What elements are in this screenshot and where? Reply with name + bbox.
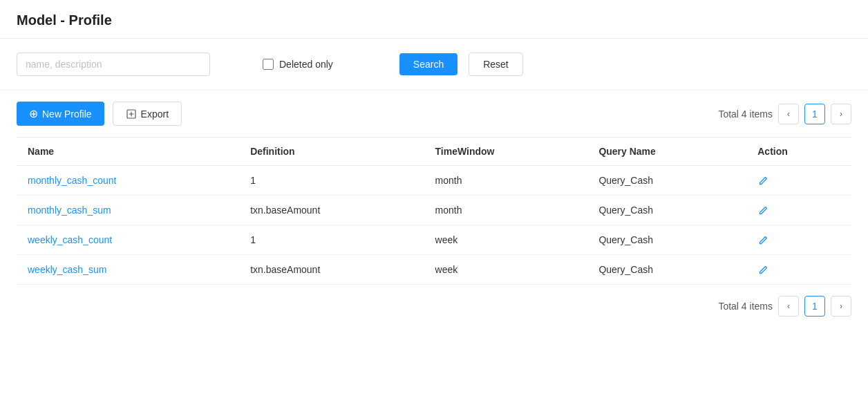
cell-definition: txn.baseAmount [239,255,424,285]
cell-timewindow: month [424,196,588,225]
bottom-current-page-indicator: 1 [804,296,825,317]
table-row: monthly_cash_count1monthQuery_Cash [17,166,851,196]
table-row: weekly_cash_sumtxn.baseAmountweekQuery_C… [17,255,851,285]
chevron-left-icon: ‹ [787,109,790,119]
bottom-total-items-label: Total 4 items [718,301,773,312]
cell-action [746,196,851,225]
new-profile-label: New Profile [42,109,92,120]
cell-timewindow: week [424,255,588,285]
cell-definition: 1 [239,166,424,196]
search-button[interactable]: Search [399,53,457,75]
plus-icon: ⊕ [29,107,38,120]
page-title: Model - Profile [17,12,851,28]
bottom-prev-page-button[interactable]: ‹ [778,296,799,317]
new-profile-button[interactable]: ⊕ New Profile [17,102,104,126]
deleted-only-text: Deleted only [279,59,333,70]
data-table-container: Name Definition TimeWindow Query Name Ac… [0,137,868,285]
edit-icon-0[interactable] [757,174,768,186]
cell-timewindow: month [424,166,588,196]
edit-icon-1[interactable] [757,204,768,216]
col-header-action: Action [746,138,851,166]
cell-queryname: Query_Cash [587,225,746,255]
actions-bar: ⊕ New Profile Export Total 4 items ‹ 1 › [0,91,868,137]
cell-name: weekly_cash_sum [17,255,239,285]
reset-button[interactable]: Reset [469,53,523,76]
deleted-only-label[interactable]: Deleted only [263,59,333,70]
cell-action [746,255,851,285]
cell-definition: txn.baseAmount [239,196,424,225]
export-icon [126,108,137,120]
search-input[interactable] [17,53,210,76]
cell-name: weekly_cash_count [17,225,239,255]
top-pagination: Total 4 items ‹ 1 › [718,104,851,124]
bottom-next-page-button[interactable]: › [831,296,851,317]
current-page-indicator: 1 [804,104,825,124]
cell-queryname: Query_Cash [587,166,746,196]
row-name-link-1[interactable]: monthly_cash_sum [28,205,111,216]
table-row: weekly_cash_count1weekQuery_Cash [17,225,851,255]
export-label: Export [141,109,169,120]
col-header-definition: Definition [239,138,424,166]
bottom-chevron-right-icon: › [840,301,842,311]
next-page-button[interactable]: › [831,104,851,124]
row-name-link-0[interactable]: monthly_cash_count [28,175,116,186]
table-row: monthly_cash_sumtxn.baseAmountmonthQuery… [17,196,851,225]
row-name-link-3[interactable]: weekly_cash_sum [28,264,106,275]
col-header-queryname: Query Name [587,138,746,166]
data-table: Name Definition TimeWindow Query Name Ac… [17,137,851,285]
bottom-chevron-left-icon: ‹ [787,301,790,311]
export-button[interactable]: Export [113,102,182,126]
cell-name: monthly_cash_sum [17,196,239,225]
bottom-pagination: Total 4 items ‹ 1 › [0,285,868,328]
deleted-only-checkbox[interactable] [263,59,274,70]
prev-page-button[interactable]: ‹ [778,104,799,124]
cell-queryname: Query_Cash [587,196,746,225]
cell-action [746,225,851,255]
cell-queryname: Query_Cash [587,255,746,285]
toolbar: Deleted only Search Reset [0,39,868,91]
cell-timewindow: week [424,225,588,255]
actions-left: ⊕ New Profile Export [17,102,182,126]
cell-name: monthly_cash_count [17,166,239,196]
table-header-row: Name Definition TimeWindow Query Name Ac… [17,138,851,166]
cell-definition: 1 [239,225,424,255]
edit-icon-2[interactable] [757,234,768,245]
chevron-right-icon: › [840,109,842,119]
col-header-name: Name [17,138,239,166]
total-items-label: Total 4 items [718,109,773,120]
cell-action [746,166,851,196]
col-header-timewindow: TimeWindow [424,138,588,166]
page-header: Model - Profile [0,0,868,39]
edit-icon-3[interactable] [757,263,768,275]
row-name-link-2[interactable]: weekly_cash_count [28,234,112,245]
